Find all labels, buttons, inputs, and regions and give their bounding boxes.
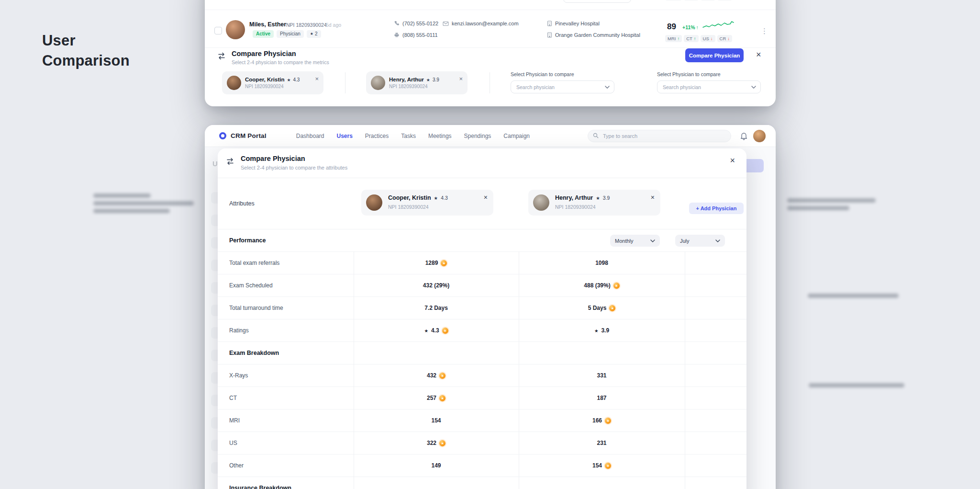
best-value-medal-icon: ★: [442, 328, 448, 334]
page-title-line1: User: [42, 31, 130, 51]
physician-name: Henry, Arthur: [389, 77, 424, 82]
remove-physician-icon[interactable]: ×: [459, 75, 463, 82]
metric-value: 149: [431, 462, 441, 469]
period-select[interactable]: Monthly: [610, 235, 660, 247]
top-navbar: CRM Portal DashboardUsersPracticesTasksM…: [205, 125, 776, 147]
role-badge: Physician: [277, 30, 304, 38]
physician-name: Cooper, Kristin: [388, 194, 431, 201]
hospital-name: Pinevalley Hospital: [555, 21, 600, 26]
nav-item-tasks[interactable]: Tasks: [401, 133, 416, 139]
notifications-bell-icon[interactable]: [740, 132, 748, 142]
value-cell: 488 (39%)★: [519, 274, 685, 296]
metric-chip-cr: CR↓: [717, 0, 732, 0]
table-row: Total turnaround time7.2 Days5 Days★: [218, 297, 746, 319]
search-input[interactable]: [602, 133, 726, 139]
star-icon: ★: [424, 328, 428, 333]
add-physician-button[interactable]: + Add Physician: [689, 203, 744, 214]
nav-item-spendings[interactable]: Spendings: [464, 133, 491, 139]
user-avatar[interactable]: [753, 130, 766, 142]
metric-chip-ct: CT↑: [684, 35, 698, 42]
performance-label: Performance: [229, 237, 266, 244]
arrow-up-icon: ↑: [694, 36, 696, 41]
physician-search-input[interactable]: [662, 84, 748, 91]
selected-physician-chip: Cooper, Kristin ★ 4.3 NPI 18209390024 ×: [222, 71, 323, 94]
value-cell: ★3.9: [519, 319, 685, 341]
nav-item-campaign[interactable]: Campaign: [503, 133, 530, 139]
best-value-medal-icon: ★: [439, 395, 445, 401]
nav-item-dashboard[interactable]: Dashboard: [296, 133, 324, 139]
trend-sparkline: [702, 20, 734, 30]
status-badge: Active: [253, 30, 274, 38]
row-label: Ratings: [229, 327, 249, 334]
physician-select-group: Select Physician to compare: [511, 71, 614, 93]
chip-text: Cooper, Kristin ★ 4.3 NPI 18209390024: [245, 77, 311, 89]
metric-value: 331: [597, 372, 606, 379]
global-search[interactable]: [588, 130, 731, 142]
value-cell: 322★: [354, 432, 519, 454]
value-cell: 7.2 Days: [354, 297, 519, 319]
divider: [205, 10, 776, 10]
select-label: Select Physician to compare: [511, 71, 614, 77]
physician-avatar: [371, 76, 385, 90]
count-badge-value: 2: [315, 32, 318, 36]
physician-search-select[interactable]: [511, 80, 614, 93]
metrics-row: MRI↑CT↑US↓CR↓: [665, 35, 732, 42]
blurred-annotation: [809, 383, 904, 387]
physician-search-select[interactable]: [657, 80, 761, 93]
physician-npi: NPI 18209390024: [245, 84, 311, 89]
star-icon: ★: [310, 32, 313, 36]
best-value-medal-icon: ★: [441, 260, 447, 266]
physician-rating: 4.3: [293, 77, 300, 82]
table-row: Other149154★: [218, 455, 746, 477]
close-icon[interactable]: ×: [730, 156, 735, 165]
physician-name: Henry, Arthur: [555, 194, 593, 201]
metric-value: 4.3: [431, 327, 439, 334]
performance-row: Performance Monthly July: [218, 229, 746, 251]
value-cell: 5 Days★: [519, 297, 685, 319]
close-icon[interactable]: ×: [756, 50, 761, 59]
blurred-annotation: [787, 198, 876, 203]
row-label: MRI: [229, 417, 240, 424]
blurred-annotation: [93, 193, 151, 198]
performance-score: 89: [667, 22, 676, 32]
remove-physician-icon[interactable]: ×: [484, 193, 488, 201]
metric-value: 488 (39%): [584, 282, 610, 289]
star-icon: ★: [596, 195, 600, 201]
physician-npi: NPI 18209390024: [388, 204, 429, 210]
hospital-icon: [547, 21, 552, 26]
remove-physician-icon[interactable]: ×: [315, 75, 319, 82]
phone-line: (702) 555-0122: [394, 21, 438, 26]
metric-chip-mri: MRI↑: [665, 0, 682, 0]
physician-npi: NPI 18209390024: [389, 84, 455, 89]
physician-search-input[interactable]: [515, 84, 602, 91]
phone-number: (702) 555-0122: [402, 21, 438, 26]
star-icon: ★: [426, 78, 430, 82]
physician-name: Miles, Esther: [249, 21, 286, 28]
arrow-up-icon: ↑: [696, 24, 699, 30]
nav-item-users[interactable]: Users: [336, 133, 352, 139]
remove-physician-icon[interactable]: ×: [651, 193, 655, 201]
physician-avatar: [226, 20, 245, 39]
row-menu-button[interactable]: ⋮: [761, 27, 768, 35]
email-line: kenzi.lawson@example.com: [443, 21, 519, 26]
metric-value: 187: [597, 395, 606, 401]
physician-avatar: [366, 194, 382, 211]
physician-avatar: [227, 76, 241, 90]
chevron-down-icon: [650, 239, 655, 242]
metric-value: 322: [427, 440, 436, 446]
page-title: User Comparison: [42, 31, 130, 71]
value-cell: 432★: [354, 364, 519, 387]
brand-logo: [219, 132, 226, 139]
blurred-annotation: [93, 201, 194, 205]
email-address: kenzi.lawson@example.com: [452, 21, 519, 26]
nav-item-meetings[interactable]: Meetings: [428, 133, 452, 139]
mail-icon: [443, 21, 449, 26]
compare-bar-subtitle: Select 2-4 physician to compare the metr…: [232, 59, 329, 65]
month-select[interactable]: July: [675, 235, 725, 247]
chevron-down-icon: [715, 239, 720, 242]
value-cell: 432 (29%): [354, 274, 519, 296]
modal-subtitle: Select 2-4 physician to compare the attr…: [241, 165, 347, 171]
nav-item-practices[interactable]: Practices: [365, 133, 389, 139]
row-checkbox[interactable]: [214, 27, 222, 34]
compare-physician-button[interactable]: Compare Physician: [685, 48, 744, 62]
